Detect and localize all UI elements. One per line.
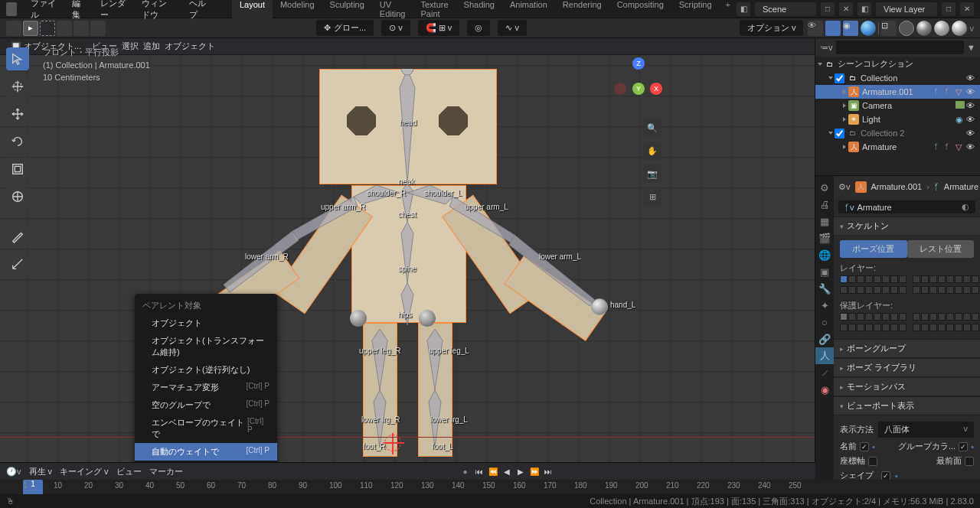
move-tool[interactable] (6, 103, 29, 125)
perspective-icon[interactable]: ⊞ (643, 187, 662, 206)
tab-rendering[interactable]: Rendering (555, 0, 609, 21)
tl-play-menu[interactable]: 再生 v (29, 466, 53, 477)
tool-icon-3[interactable] (74, 21, 89, 36)
prop-tab-render[interactable]: ⚙ (815, 179, 834, 196)
rest-position-button[interactable]: レスト位置 (907, 240, 975, 258)
scene-del-icon[interactable]: ✕ (839, 2, 853, 16)
tab-texpaint[interactable]: Texture Paint (413, 0, 456, 21)
blender-logo-icon[interactable] (6, 2, 17, 16)
layers-grid[interactable] (840, 275, 974, 297)
select-box-icon[interactable] (40, 21, 55, 36)
options-dropdown[interactable]: オプション v (740, 20, 804, 36)
tab-animation[interactable]: Animation (502, 0, 555, 21)
ctx-empty-groups[interactable]: 空のグループで[Ctrl] P (135, 396, 277, 414)
menu-window[interactable]: ウィンドウ (134, 0, 182, 21)
prop-tab-material[interactable]: ◉ (815, 381, 834, 398)
curve-dropdown[interactable]: ∿ v (498, 20, 527, 36)
pose-position-button[interactable]: ポーズ位置 (840, 240, 907, 258)
tab-shading[interactable]: Shading (456, 0, 502, 21)
menu-help[interactable]: ヘルプ (181, 0, 217, 21)
prop-tab-world[interactable]: 🌐 (815, 246, 834, 263)
nav-gizmo[interactable]: Z Y X (616, 61, 662, 107)
measure-tool[interactable] (6, 252, 29, 275)
armature-datablock[interactable]: ᚶvArmature ◐ (838, 200, 975, 213)
gizmo-icon[interactable] (825, 21, 841, 36)
rotate-tool[interactable] (6, 130, 29, 153)
ctx-armature-deform[interactable]: アーマチュア変形[Ctrl] P (135, 379, 277, 396)
pan-icon[interactable]: ✋ (643, 142, 662, 160)
menu-file[interactable]: ファイル (23, 0, 64, 21)
cursor-tool-icon[interactable]: ▸ (23, 21, 38, 36)
overlay-icon[interactable]: ◉ (843, 21, 858, 36)
cursor-tool[interactable] (6, 75, 29, 98)
outliner-collection-1[interactable]: 🗀Collection 👁 (815, 71, 980, 85)
prop-tab-data[interactable]: 人 (815, 347, 834, 364)
prop-tab-physics[interactable]: ○ (815, 314, 834, 331)
prop-tab-bone[interactable]: ⟋ (815, 364, 834, 381)
prop-tab-modifier[interactable]: 🔧 (815, 280, 834, 297)
outliner-armature-001[interactable]: 人Armature.001 ᚶᚶ▽👁 (815, 85, 980, 99)
section-skeleton[interactable]: スケルトン (834, 217, 980, 236)
proportional-dropdown[interactable]: ◎ (467, 20, 490, 36)
visibility-icon[interactable]: 👁 (808, 21, 823, 36)
tab-sculpting[interactable]: Sculpting (322, 0, 372, 21)
ctx-object-keep[interactable]: オブジェクト(トランスフォーム維持) (135, 332, 277, 361)
ctx-bone[interactable]: ボーン[Ctrl] P (135, 461, 277, 462)
autokey-icon[interactable]: ● (459, 465, 472, 477)
scale-tool[interactable] (6, 158, 29, 181)
shading-dropdown-icon[interactable]: v (969, 24, 974, 33)
viewlayer-del-icon[interactable]: ✕ (960, 2, 974, 16)
menu-object[interactable]: オブジェクト (165, 41, 215, 52)
name-checkbox[interactable] (860, 442, 869, 451)
rendered-shading-icon[interactable] (952, 21, 967, 36)
play-icon[interactable]: ▶ (514, 465, 527, 477)
infront-checkbox[interactable] (965, 457, 974, 466)
editor-type-icon[interactable] (6, 21, 21, 36)
ctx-object[interactable]: オブジェクト (135, 314, 277, 332)
section-bonegroups[interactable]: ボーングループ (834, 339, 980, 358)
scene-browse-icon[interactable]: ◧ (737, 2, 750, 16)
tab-add-button[interactable]: + (720, 0, 737, 21)
wire-shading-icon[interactable] (899, 21, 914, 36)
zoom-icon[interactable]: 🔍 (643, 119, 662, 137)
orientation-dropdown[interactable]: ✥ グロー... (316, 20, 374, 36)
jump-start-icon[interactable]: ⏮ (473, 465, 485, 477)
prop-tab-constraint[interactable]: 🔗 (815, 331, 834, 347)
scene-name-field[interactable]: Scene (755, 2, 816, 16)
jump-prev-key-icon[interactable]: ⏪ (487, 465, 499, 477)
display-as-dropdown[interactable]: 八面体v (878, 422, 974, 438)
tab-scripting[interactable]: Scripting (671, 0, 720, 21)
jump-end-icon[interactable]: ⏭ (542, 465, 554, 477)
ctx-auto-weights[interactable]: 自動のウェイトで[Ctrl] P (135, 443, 277, 461)
matprev-shading-icon[interactable] (934, 21, 949, 36)
tool-icon-2[interactable] (57, 21, 72, 36)
prop-tab-scene[interactable]: 🎬 (815, 230, 834, 246)
section-vpdisplay[interactable]: ビューポート表示 (834, 396, 980, 415)
annotate-tool[interactable] (6, 225, 29, 248)
tl-view-menu[interactable]: ビュー (116, 466, 142, 477)
outliner-light[interactable]: ☀Light ◉👁 (815, 112, 980, 126)
shape-checkbox[interactable] (881, 471, 890, 480)
axes-checkbox[interactable] (868, 457, 877, 466)
outliner-type-icon[interactable]: ≔v (820, 43, 833, 53)
prop-tab-output[interactable]: 🖨 (815, 196, 834, 213)
tab-layout[interactable]: Layout (232, 0, 273, 21)
menu-edit[interactable]: 編集 (64, 0, 93, 21)
ctx-object-noinv[interactable]: オブジェクト(逆行列なし) (135, 361, 277, 379)
viewlayer-browse-icon[interactable]: ◧ (858, 2, 871, 16)
arm-l-bones[interactable] (400, 185, 622, 338)
camera-view-icon[interactable]: 📷 (643, 164, 662, 183)
scene-new-icon[interactable]: □ (821, 2, 835, 16)
jump-next-key-icon[interactable]: ⏩ (528, 465, 541, 477)
tab-uv[interactable]: UV Editing (372, 0, 413, 21)
prop-tab-particles[interactable]: ✦ (815, 297, 834, 314)
tl-marker-menu[interactable]: マーカー (149, 466, 183, 477)
timeline-type-icon[interactable]: 🕐v (6, 467, 21, 477)
play-rev-icon[interactable]: ◀ (501, 465, 513, 477)
transform-tool[interactable] (6, 185, 29, 208)
viewlayer-new-icon[interactable]: □ (942, 2, 956, 16)
section-motionpaths[interactable]: モーションパス (834, 377, 980, 396)
tab-compositing[interactable]: Compositing (609, 0, 671, 21)
pivot-dropdown[interactable]: ⊙ v (381, 20, 410, 36)
outliner-camera[interactable]: ▣Camera 👁 (815, 99, 980, 112)
